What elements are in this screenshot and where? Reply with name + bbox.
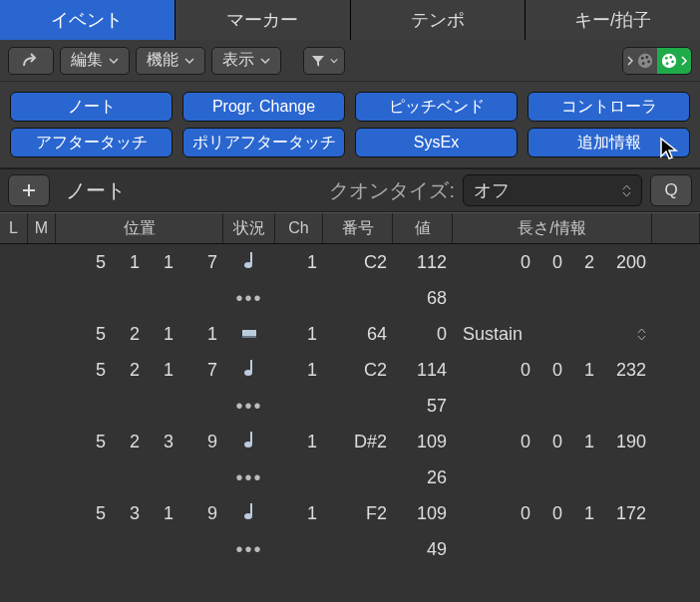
cell-lock[interactable] (0, 244, 28, 280)
cell-number[interactable]: 64 (323, 316, 393, 352)
cell-value2[interactable]: 26 (393, 459, 453, 495)
filter-sysex[interactable]: SysEx (355, 128, 518, 157)
cell-lock[interactable] (0, 424, 28, 459)
cell-value2[interactable]: 57 (393, 388, 453, 424)
table-row[interactable]: 51171C2112002200•••68 (0, 244, 700, 316)
functions-label: 機能 (147, 50, 178, 71)
quantize-button[interactable]: Q (650, 174, 692, 206)
chevron-down-icon (109, 56, 119, 66)
cell-status[interactable] (223, 495, 275, 531)
palette-icon (660, 52, 678, 70)
main-tabs: イベント マーカー テンポ キー/拍子 (0, 0, 700, 40)
col-lock[interactable]: L (0, 213, 28, 243)
view-label: 表示 (222, 50, 254, 71)
svg-point-0 (638, 53, 652, 67)
note-icon (242, 430, 256, 454)
controller-icon (242, 330, 256, 338)
cell-channel[interactable]: 1 (275, 352, 323, 388)
filter-controller[interactable]: コントローラ (527, 92, 690, 122)
cell-length[interactable]: 001232 (453, 352, 652, 388)
cell-position[interactable]: 5239 (56, 424, 223, 459)
filter-icon (310, 53, 326, 69)
cell-number[interactable]: D#2 (323, 424, 393, 459)
filter-pitchbend[interactable]: ピッチベンド (355, 92, 518, 122)
svg-point-8 (671, 60, 674, 63)
cell-mute[interactable] (28, 424, 56, 459)
cell-channel[interactable]: 1 (275, 495, 323, 531)
col-number[interactable]: 番号 (323, 213, 393, 243)
cell-number[interactable]: C2 (323, 244, 393, 280)
tab-keytime[interactable]: キー/拍子 (525, 0, 700, 40)
cell-value[interactable]: 114 (393, 352, 453, 388)
cell-length[interactable]: Sustain (453, 316, 652, 352)
col-position[interactable]: 位置 (56, 213, 223, 243)
cell-lock[interactable] (0, 495, 28, 531)
cell-status[interactable] (223, 424, 275, 459)
info-text: Sustain (463, 324, 523, 345)
cell-status[interactable] (223, 352, 275, 388)
col-length-info[interactable]: 長さ/情報 (453, 213, 652, 243)
cell-value2[interactable]: 49 (393, 531, 453, 567)
table-row[interactable]: 53191F2109001172•••49 (0, 495, 700, 567)
cell-value[interactable]: 112 (393, 244, 453, 280)
col-mute[interactable]: M (28, 213, 56, 243)
table-row[interactable]: 52111640Sustain (0, 316, 700, 352)
cell-number[interactable]: F2 (323, 495, 393, 531)
cell-status[interactable] (223, 244, 275, 280)
filter-polyaftertouch[interactable]: ポリアフタータッチ (182, 128, 345, 157)
cell-value[interactable]: 109 (393, 495, 453, 531)
cell-length[interactable]: 001172 (453, 495, 652, 531)
cell-lock[interactable] (0, 352, 28, 388)
cell-status-more[interactable]: ••• (223, 459, 275, 495)
cell-mute[interactable] (28, 244, 56, 280)
col-status[interactable]: 状況 (223, 213, 275, 243)
ellipsis-icon: ••• (235, 401, 262, 411)
functions-menu[interactable]: 機能 (136, 47, 205, 75)
cell-status-more[interactable]: ••• (223, 388, 275, 424)
tab-tempo[interactable]: テンポ (351, 0, 526, 40)
filter-progchange[interactable]: Progr. Change (182, 92, 345, 122)
quantize-select[interactable]: オフ (463, 174, 642, 206)
cell-status-more[interactable]: ••• (223, 531, 275, 567)
cell-mute[interactable] (28, 495, 56, 531)
table-row[interactable]: 52171C2114001232•••57 (0, 352, 700, 424)
cell-position[interactable]: 5211 (56, 316, 223, 352)
cell-number[interactable]: C2 (323, 352, 393, 388)
color-left-button[interactable] (623, 48, 657, 74)
cell-channel[interactable]: 1 (275, 424, 323, 459)
cell-channel[interactable]: 1 (275, 316, 323, 352)
filter-button[interactable] (303, 47, 345, 75)
cell-position[interactable]: 5217 (56, 352, 223, 388)
col-channel[interactable]: Ch (275, 213, 323, 243)
ellipsis-icon: ••• (235, 293, 262, 303)
cell-status[interactable] (223, 316, 275, 352)
create-mode-label[interactable]: ノート (58, 177, 134, 204)
cell-length[interactable]: 002200 (453, 244, 652, 280)
cell-position[interactable]: 5319 (56, 495, 223, 531)
cell-length[interactable]: 001190 (453, 424, 652, 459)
event-list-panel: イベント マーカー テンポ キー/拍子 編集 機能 表示 (0, 0, 700, 602)
cell-channel[interactable]: 1 (275, 244, 323, 280)
col-value[interactable]: 値 (393, 213, 453, 243)
tab-event[interactable]: イベント (0, 0, 175, 40)
cell-status-more[interactable]: ••• (223, 280, 275, 316)
add-event-button[interactable] (8, 174, 50, 206)
cell-mute[interactable] (28, 316, 56, 352)
filter-extra-info[interactable]: 追加情報 (527, 128, 690, 157)
cell-lock[interactable] (0, 316, 28, 352)
table-row[interactable]: 52391D#2109001190•••26 (0, 424, 700, 495)
filter-aftertouch[interactable]: アフタータッチ (10, 128, 173, 157)
filter-note[interactable]: ノート (10, 92, 173, 122)
cell-value2[interactable]: 68 (393, 280, 453, 316)
cell-mute[interactable] (28, 352, 56, 388)
edit-menu[interactable]: 編集 (60, 47, 130, 75)
back-button[interactable] (8, 47, 54, 75)
cell-value[interactable]: 109 (393, 424, 453, 459)
cell-value[interactable]: 0 (393, 316, 453, 352)
color-right-button[interactable] (657, 48, 691, 74)
view-menu[interactable]: 表示 (211, 47, 281, 75)
cell-position[interactable]: 5117 (56, 244, 223, 280)
list-toolbar: ノート クオンタイズ: オフ Q (0, 168, 700, 212)
plus-icon (20, 181, 38, 199)
tab-marker[interactable]: マーカー (175, 0, 351, 40)
